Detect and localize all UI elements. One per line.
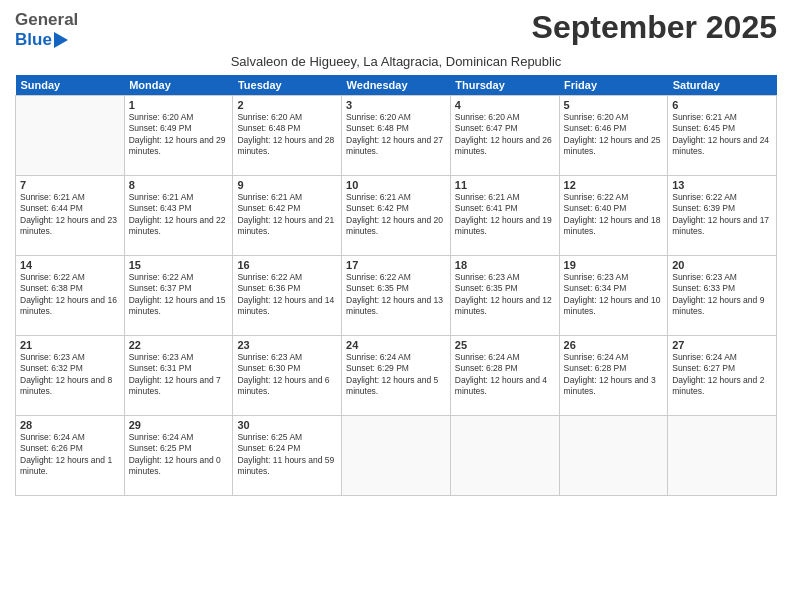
calendar-week-2: 14Sunrise: 6:22 AMSunset: 6:38 PMDayligh…	[16, 256, 777, 336]
calendar-cell: 10Sunrise: 6:21 AMSunset: 6:42 PMDayligh…	[342, 176, 451, 256]
calendar-cell: 2Sunrise: 6:20 AMSunset: 6:48 PMDaylight…	[233, 96, 342, 176]
calendar-body: 1Sunrise: 6:20 AMSunset: 6:49 PMDaylight…	[16, 96, 777, 496]
title-section: September 2025	[532, 10, 777, 45]
day-number: 22	[129, 339, 229, 351]
day-info: Sunrise: 6:21 AMSunset: 6:44 PMDaylight:…	[20, 192, 120, 238]
col-tuesday: Tuesday	[233, 75, 342, 96]
calendar-cell: 4Sunrise: 6:20 AMSunset: 6:47 PMDaylight…	[450, 96, 559, 176]
day-number: 3	[346, 99, 446, 111]
day-number: 25	[455, 339, 555, 351]
day-number: 2	[237, 99, 337, 111]
calendar-week-1: 7Sunrise: 6:21 AMSunset: 6:44 PMDaylight…	[16, 176, 777, 256]
day-number: 4	[455, 99, 555, 111]
calendar-cell: 29Sunrise: 6:24 AMSunset: 6:25 PMDayligh…	[124, 416, 233, 496]
day-number: 23	[237, 339, 337, 351]
day-info: Sunrise: 6:20 AMSunset: 6:46 PMDaylight:…	[564, 112, 664, 158]
calendar-cell: 8Sunrise: 6:21 AMSunset: 6:43 PMDaylight…	[124, 176, 233, 256]
calendar-cell: 12Sunrise: 6:22 AMSunset: 6:40 PMDayligh…	[559, 176, 668, 256]
day-info: Sunrise: 6:23 AMSunset: 6:32 PMDaylight:…	[20, 352, 120, 398]
day-number: 14	[20, 259, 120, 271]
logo-general-text: General	[15, 10, 78, 29]
day-info: Sunrise: 6:22 AMSunset: 6:36 PMDaylight:…	[237, 272, 337, 318]
calendar-cell: 20Sunrise: 6:23 AMSunset: 6:33 PMDayligh…	[668, 256, 777, 336]
month-title: September 2025	[532, 10, 777, 45]
day-info: Sunrise: 6:22 AMSunset: 6:40 PMDaylight:…	[564, 192, 664, 238]
day-number: 5	[564, 99, 664, 111]
col-friday: Friday	[559, 75, 668, 96]
calendar-week-3: 21Sunrise: 6:23 AMSunset: 6:32 PMDayligh…	[16, 336, 777, 416]
day-info: Sunrise: 6:25 AMSunset: 6:24 PMDaylight:…	[237, 432, 337, 478]
calendar-cell: 3Sunrise: 6:20 AMSunset: 6:48 PMDaylight…	[342, 96, 451, 176]
day-number: 17	[346, 259, 446, 271]
logo-blue-text: Blue	[15, 30, 52, 50]
subtitle: Salvaleon de Higueey, La Altagracia, Dom…	[15, 54, 777, 69]
day-number: 18	[455, 259, 555, 271]
calendar-header: Sunday Monday Tuesday Wednesday Thursday…	[16, 75, 777, 96]
day-info: Sunrise: 6:23 AMSunset: 6:35 PMDaylight:…	[455, 272, 555, 318]
calendar-cell	[668, 416, 777, 496]
calendar-table: Sunday Monday Tuesday Wednesday Thursday…	[15, 75, 777, 496]
calendar-cell	[450, 416, 559, 496]
logo-arrow-icon	[54, 32, 68, 48]
calendar-week-0: 1Sunrise: 6:20 AMSunset: 6:49 PMDaylight…	[16, 96, 777, 176]
day-info: Sunrise: 6:21 AMSunset: 6:41 PMDaylight:…	[455, 192, 555, 238]
day-number: 21	[20, 339, 120, 351]
day-info: Sunrise: 6:22 AMSunset: 6:35 PMDaylight:…	[346, 272, 446, 318]
calendar-cell: 18Sunrise: 6:23 AMSunset: 6:35 PMDayligh…	[450, 256, 559, 336]
day-number: 24	[346, 339, 446, 351]
day-info: Sunrise: 6:20 AMSunset: 6:47 PMDaylight:…	[455, 112, 555, 158]
day-number: 8	[129, 179, 229, 191]
calendar-cell: 27Sunrise: 6:24 AMSunset: 6:27 PMDayligh…	[668, 336, 777, 416]
day-number: 7	[20, 179, 120, 191]
calendar-cell	[342, 416, 451, 496]
day-info: Sunrise: 6:21 AMSunset: 6:42 PMDaylight:…	[346, 192, 446, 238]
calendar-cell: 5Sunrise: 6:20 AMSunset: 6:46 PMDaylight…	[559, 96, 668, 176]
calendar-cell: 1Sunrise: 6:20 AMSunset: 6:49 PMDaylight…	[124, 96, 233, 176]
day-number: 28	[20, 419, 120, 431]
calendar-cell: 13Sunrise: 6:22 AMSunset: 6:39 PMDayligh…	[668, 176, 777, 256]
day-number: 30	[237, 419, 337, 431]
day-number: 27	[672, 339, 772, 351]
day-info: Sunrise: 6:22 AMSunset: 6:39 PMDaylight:…	[672, 192, 772, 238]
day-info: Sunrise: 6:20 AMSunset: 6:48 PMDaylight:…	[346, 112, 446, 158]
day-number: 9	[237, 179, 337, 191]
day-info: Sunrise: 6:22 AMSunset: 6:38 PMDaylight:…	[20, 272, 120, 318]
header-row: Sunday Monday Tuesday Wednesday Thursday…	[16, 75, 777, 96]
day-info: Sunrise: 6:23 AMSunset: 6:33 PMDaylight:…	[672, 272, 772, 318]
day-info: Sunrise: 6:21 AMSunset: 6:43 PMDaylight:…	[129, 192, 229, 238]
day-number: 13	[672, 179, 772, 191]
calendar-cell: 22Sunrise: 6:23 AMSunset: 6:31 PMDayligh…	[124, 336, 233, 416]
calendar-cell	[559, 416, 668, 496]
day-number: 10	[346, 179, 446, 191]
calendar-cell: 16Sunrise: 6:22 AMSunset: 6:36 PMDayligh…	[233, 256, 342, 336]
day-info: Sunrise: 6:23 AMSunset: 6:30 PMDaylight:…	[237, 352, 337, 398]
page: General Blue September 2025 Salvaleon de…	[0, 0, 792, 612]
col-thursday: Thursday	[450, 75, 559, 96]
calendar-cell: 6Sunrise: 6:21 AMSunset: 6:45 PMDaylight…	[668, 96, 777, 176]
day-info: Sunrise: 6:20 AMSunset: 6:48 PMDaylight:…	[237, 112, 337, 158]
day-number: 15	[129, 259, 229, 271]
day-info: Sunrise: 6:21 AMSunset: 6:45 PMDaylight:…	[672, 112, 772, 158]
calendar-cell: 14Sunrise: 6:22 AMSunset: 6:38 PMDayligh…	[16, 256, 125, 336]
header: General Blue September 2025	[15, 10, 777, 50]
day-number: 6	[672, 99, 772, 111]
col-monday: Monday	[124, 75, 233, 96]
day-info: Sunrise: 6:23 AMSunset: 6:31 PMDaylight:…	[129, 352, 229, 398]
col-sunday: Sunday	[16, 75, 125, 96]
col-saturday: Saturday	[668, 75, 777, 96]
day-number: 19	[564, 259, 664, 271]
calendar-cell: 28Sunrise: 6:24 AMSunset: 6:26 PMDayligh…	[16, 416, 125, 496]
calendar-week-4: 28Sunrise: 6:24 AMSunset: 6:26 PMDayligh…	[16, 416, 777, 496]
calendar-cell: 19Sunrise: 6:23 AMSunset: 6:34 PMDayligh…	[559, 256, 668, 336]
calendar-cell: 25Sunrise: 6:24 AMSunset: 6:28 PMDayligh…	[450, 336, 559, 416]
calendar-cell: 9Sunrise: 6:21 AMSunset: 6:42 PMDaylight…	[233, 176, 342, 256]
calendar-cell: 23Sunrise: 6:23 AMSunset: 6:30 PMDayligh…	[233, 336, 342, 416]
calendar-cell: 17Sunrise: 6:22 AMSunset: 6:35 PMDayligh…	[342, 256, 451, 336]
day-info: Sunrise: 6:20 AMSunset: 6:49 PMDaylight:…	[129, 112, 229, 158]
col-wednesday: Wednesday	[342, 75, 451, 96]
day-number: 16	[237, 259, 337, 271]
calendar-cell: 24Sunrise: 6:24 AMSunset: 6:29 PMDayligh…	[342, 336, 451, 416]
calendar-cell: 11Sunrise: 6:21 AMSunset: 6:41 PMDayligh…	[450, 176, 559, 256]
calendar-cell: 15Sunrise: 6:22 AMSunset: 6:37 PMDayligh…	[124, 256, 233, 336]
day-number: 1	[129, 99, 229, 111]
